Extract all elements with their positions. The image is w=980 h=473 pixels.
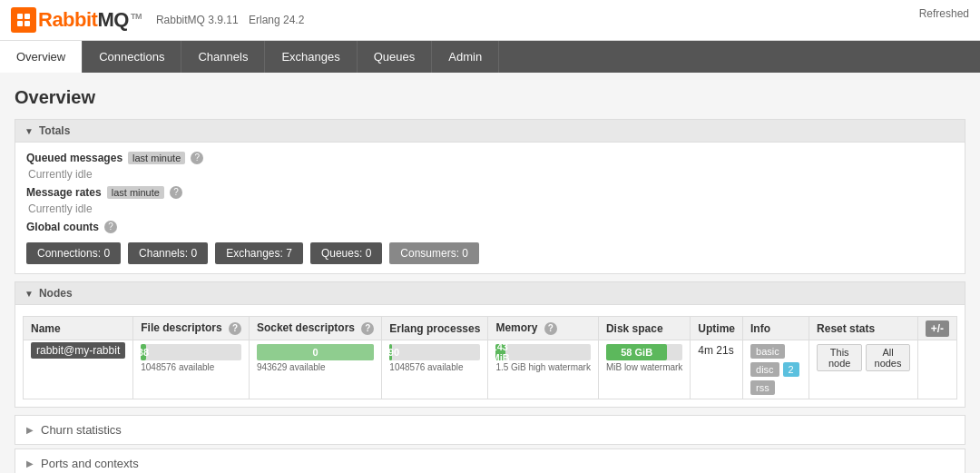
- logo-tm: TM: [131, 12, 142, 21]
- disk-value: 58 GiB: [621, 347, 652, 358]
- queues-value: 0: [366, 247, 372, 260]
- ports-contexts-header[interactable]: ▶ Ports and contexts: [15, 449, 965, 473]
- col-name: Name: [24, 317, 133, 340]
- socket-desc-sub: 943629 available: [257, 362, 374, 372]
- erlang-proc-value: 390: [383, 347, 399, 358]
- reset-all-nodes-button[interactable]: All nodes: [866, 344, 909, 371]
- totals-content: Queued messages last minute ? Currently …: [15, 143, 965, 273]
- nav-connections[interactable]: Connections: [83, 41, 181, 73]
- col-disk-space: Disk space: [598, 317, 690, 340]
- queued-messages-label: Queued messages: [26, 152, 122, 164]
- totals-section: ▼ Totals Queued messages last minute ? C…: [15, 119, 965, 274]
- exchanges-count[interactable]: Exchanges: 7: [215, 242, 303, 264]
- info-tag-rss[interactable]: rss: [750, 380, 775, 395]
- consumers-count[interactable]: Consumers: 0: [389, 242, 479, 264]
- version-info: RabbitMQ 3.9.11 Erlang 24.2: [156, 14, 311, 26]
- message-rates-badge[interactable]: last minute: [107, 186, 164, 199]
- file-desc-cell: 38 1048576 available: [133, 340, 250, 399]
- queued-messages-badge[interactable]: last minute: [128, 152, 185, 164]
- nodes-table: Name File descriptors ? Socket descripto…: [23, 316, 957, 399]
- main-content: Overview ▼ Totals Queued messages last m…: [0, 73, 980, 473]
- svg-rect-0: [17, 14, 23, 19]
- plus-minus-cell: [917, 340, 956, 399]
- info-tag-disc[interactable]: disc: [750, 362, 779, 377]
- memory-value: 143 MiB: [492, 341, 510, 363]
- nav: Overview Connections Channels Exchanges …: [0, 41, 980, 73]
- col-file-desc: File descriptors ?: [133, 317, 250, 340]
- nav-queues[interactable]: Queues: [358, 41, 433, 73]
- col-plus-minus[interactable]: +/-: [917, 317, 956, 340]
- connections-label: Connections:: [37, 247, 101, 260]
- reset-stats-cell: This node All nodes: [809, 340, 918, 399]
- info-tag-basic[interactable]: basic: [750, 344, 785, 359]
- logo-wordmark: RabbitMQTM: [38, 8, 142, 32]
- nav-overview[interactable]: Overview: [0, 41, 83, 73]
- col-memory: Memory ?: [488, 317, 599, 340]
- nodes-section: ▼ Nodes Name File descriptors ? Socket d…: [15, 281, 965, 408]
- file-desc-bar: 38: [141, 344, 146, 360]
- info-tags: basic disc 2 rss: [750, 344, 801, 395]
- socket-desc-help[interactable]: ?: [361, 322, 374, 335]
- channels-value: 0: [191, 247, 197, 260]
- file-desc-help[interactable]: ?: [229, 322, 241, 335]
- node-name[interactable]: rabbit@my-rabbit: [31, 342, 125, 359]
- info-tag-2[interactable]: 2: [783, 362, 799, 377]
- file-desc-value: 38: [138, 347, 149, 358]
- socket-desc-cell: 0 943629 available: [249, 340, 381, 399]
- disk-bar-wrap: 58 GiB: [606, 344, 682, 360]
- memory-help[interactable]: ?: [544, 322, 557, 335]
- nodes-section-header[interactable]: ▼ Nodes: [15, 282, 965, 305]
- churn-statistics-section: ▶ Churn statistics: [15, 415, 965, 445]
- totals-arrow: ▼: [24, 126, 34, 136]
- nav-exchanges[interactable]: Exchanges: [265, 41, 357, 73]
- memory-bar: 143 MiB: [495, 344, 505, 360]
- global-counts-help[interactable]: ?: [104, 221, 117, 233]
- col-reset-stats: Reset stats: [809, 317, 918, 340]
- counts-row: Connections: 0 Channels: 0 Exchanges: 7 …: [26, 242, 954, 264]
- header: RabbitMQTM RabbitMQ 3.9.11 Erlang 24.2 R…: [0, 0, 980, 41]
- churn-statistics-header[interactable]: ▶ Churn statistics: [15, 416, 965, 444]
- svg-rect-1: [24, 14, 30, 19]
- erlang-version: Erlang 24.2: [249, 14, 304, 26]
- erlang-proc-bar: 390: [389, 344, 392, 360]
- queues-count[interactable]: Queues: 0: [310, 242, 382, 264]
- node-name-cell: rabbit@my-rabbit: [24, 340, 133, 399]
- totals-section-header[interactable]: ▼ Totals: [15, 120, 965, 143]
- queued-messages-help[interactable]: ?: [191, 152, 203, 164]
- file-desc-bar-wrap: 38: [141, 344, 241, 360]
- logo-icon: [11, 7, 36, 33]
- reset-btns: This node All nodes: [817, 344, 910, 371]
- consumers-value: 0: [462, 247, 468, 260]
- message-rates-label: Message rates: [26, 186, 102, 199]
- nav-channels[interactable]: Channels: [181, 41, 265, 73]
- refreshed-label: Refreshed: [919, 7, 969, 20]
- connections-count[interactable]: Connections: 0: [26, 242, 121, 264]
- channels-count[interactable]: Channels: 0: [128, 242, 208, 264]
- page-title: Overview: [15, 87, 965, 108]
- file-desc-sub: 1048576 available: [141, 362, 241, 372]
- nav-admin[interactable]: Admin: [432, 41, 499, 73]
- consumers-label: Consumers:: [400, 247, 459, 260]
- collapsibles: ▶ Churn statistics ▶ Ports and contexts …: [15, 415, 965, 473]
- erlang-proc-bar-wrap: 390: [389, 344, 480, 360]
- ports-arrow: ▶: [26, 458, 34, 468]
- queued-messages-row: Queued messages last minute ?: [26, 152, 954, 164]
- churn-label: Churn statistics: [41, 423, 122, 437]
- reset-this-node-button[interactable]: This node: [817, 344, 862, 371]
- ports-contexts-section: ▶ Ports and contexts: [15, 448, 965, 473]
- ports-label: Ports and contexts: [41, 457, 139, 470]
- currently-idle-1: Currently idle: [28, 168, 954, 181]
- message-rates-help[interactable]: ?: [170, 186, 182, 199]
- socket-desc-bar-wrap: 0: [257, 344, 374, 360]
- connections-value: 0: [103, 247, 110, 260]
- socket-desc-bar: 0: [257, 344, 374, 360]
- nodes-label: Nodes: [39, 287, 73, 300]
- memory-sub: 1.5 GiB high watermark: [495, 362, 591, 372]
- memory-cell: 143 MiB 1.5 GiB high watermark: [488, 340, 599, 399]
- message-rates-row: Message rates last minute ?: [26, 186, 954, 199]
- exchanges-label: Exchanges:: [226, 247, 283, 260]
- rabbitmq-version: RabbitMQ 3.9.11: [156, 14, 239, 26]
- uptime-cell: 4m 21s: [691, 340, 743, 399]
- svg-rect-3: [24, 21, 30, 26]
- currently-idle-2: Currently idle: [28, 202, 954, 215]
